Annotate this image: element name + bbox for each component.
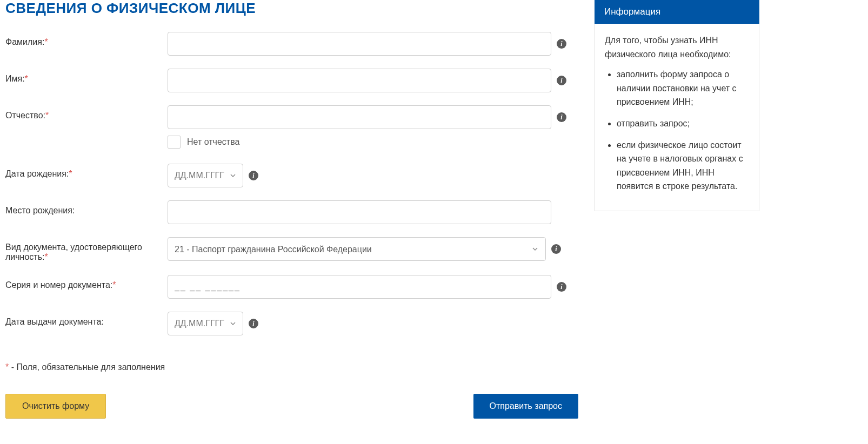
sidebar-body: Для того, чтобы узнать ИНН физического л… (595, 24, 759, 211)
row-surname: Фамилия:* i (5, 32, 578, 56)
required-note: * - Поля, обязательные для заполнения (5, 362, 578, 372)
birthdate-placeholder: ДД.ММ.ГГГГ (175, 171, 224, 180)
row-no-patronymic: Нет отчества (168, 136, 578, 149)
label-birthdate: Дата рождения:* (5, 164, 168, 179)
page-title: СВЕДЕНИЯ О ФИЗИЧЕСКОМ ЛИЦЕ (5, 0, 578, 17)
submit-button[interactable]: Отправить запрос (473, 394, 578, 419)
clear-button[interactable]: Очистить форму (5, 394, 106, 419)
label-doctype: Вид документа, удостоверяющего личность:… (5, 237, 168, 262)
no-patronymic-checkbox[interactable] (168, 136, 181, 149)
required-asterisk: * (44, 37, 48, 46)
info-icon[interactable]: i (557, 112, 566, 122)
label-surname-text: Фамилия: (5, 37, 44, 46)
label-birthplace: Место рождения: (5, 200, 168, 216)
birthplace-input[interactable] (168, 200, 551, 224)
label-birthplace-text: Место рождения: (5, 206, 75, 215)
label-surname: Фамилия:* (5, 32, 168, 47)
docissuedate-input[interactable]: ДД.ММ.ГГГГ (168, 312, 243, 335)
label-docissuedate-text: Дата выдачи документа: (5, 317, 104, 326)
label-docserial: Серия и номер документа:* (5, 275, 168, 290)
label-docserial-text: Серия и номер документа: (5, 280, 112, 290)
name-input[interactable] (168, 69, 551, 92)
row-doctype: Вид документа, удостоверяющего личность:… (5, 237, 578, 262)
sidebar-item: отправить запрос; (617, 117, 749, 131)
info-icon[interactable]: i (249, 319, 258, 328)
sidebar-list: заполнить форму запроса о наличии постан… (605, 68, 749, 193)
info-icon[interactable]: i (557, 282, 566, 292)
label-doctype-text: Вид документа, удостоверяющего личность: (5, 243, 142, 261)
label-docissuedate: Дата выдачи документа: (5, 312, 168, 327)
note-text: - Поля, обязательные для заполнения (9, 362, 165, 372)
info-icon[interactable]: i (557, 39, 566, 49)
row-name: Имя:* i (5, 69, 578, 92)
no-patronymic-label: Нет отчества (187, 137, 239, 147)
label-name-text: Имя: (5, 74, 25, 83)
doctype-select[interactable]: 21 - Паспорт гражданина Российской Федер… (168, 237, 546, 261)
row-docserial: Серия и номер документа:* i (5, 275, 578, 299)
sidebar-item: заполнить форму запроса о наличии постан… (617, 68, 749, 109)
required-asterisk: * (112, 280, 116, 290)
required-asterisk: * (25, 74, 28, 83)
docserial-input[interactable] (168, 275, 551, 299)
info-icon[interactable]: i (551, 244, 561, 254)
row-docissuedate: Дата выдачи документа: ДД.ММ.ГГГГ i (5, 312, 578, 335)
chevron-down-icon (230, 320, 236, 327)
label-patronymic: Отчество:* (5, 105, 168, 120)
label-patronymic-text: Отчество: (5, 111, 45, 120)
docissuedate-placeholder: ДД.ММ.ГГГГ (175, 319, 224, 328)
required-asterisk: * (44, 252, 48, 261)
sidebar: Информация Для того, чтобы узнать ИНН фи… (595, 0, 759, 419)
info-icon[interactable]: i (249, 171, 258, 180)
sidebar-header: Информация (595, 0, 759, 24)
button-row: Очистить форму Отправить запрос (5, 394, 578, 419)
row-birthplace: Место рождения: (5, 200, 578, 224)
label-birthdate-text: Дата рождения: (5, 169, 69, 178)
chevron-down-icon (230, 172, 236, 179)
patronymic-input[interactable] (168, 105, 551, 129)
surname-input[interactable] (168, 32, 551, 56)
required-asterisk: * (69, 169, 72, 178)
row-patronymic: Отчество:* i (5, 105, 578, 129)
sidebar-item: если физическое лицо состоит на учете в … (617, 138, 749, 193)
label-name: Имя:* (5, 69, 168, 84)
sidebar-intro: Для того, чтобы узнать ИНН физического л… (605, 33, 749, 61)
main-form: СВЕДЕНИЯ О ФИЗИЧЕСКОМ ЛИЦЕ Фамилия:* i И… (5, 0, 578, 419)
required-asterisk: * (45, 111, 49, 120)
birthdate-input[interactable]: ДД.ММ.ГГГГ (168, 164, 243, 187)
row-birthdate: Дата рождения:* ДД.ММ.ГГГГ i (5, 164, 578, 187)
info-icon[interactable]: i (557, 76, 566, 85)
